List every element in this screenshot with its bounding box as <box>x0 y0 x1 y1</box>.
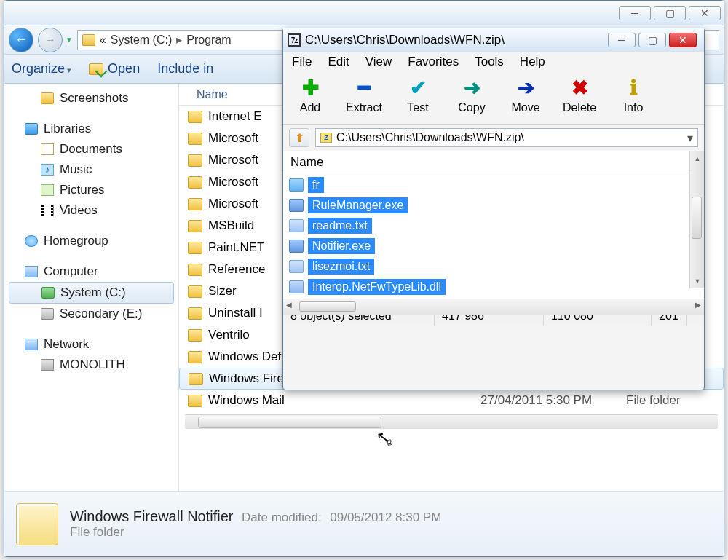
sidebar-item-network[interactable]: Network <box>4 334 178 355</box>
archive-icon: Z <box>320 133 332 143</box>
open-folder-icon <box>89 63 103 75</box>
list-item[interactable]: lisezmoi.txt <box>286 256 701 277</box>
maximize-button[interactable]: ▢ <box>638 33 666 47</box>
delete-button[interactable]: ✖Delete <box>560 75 599 121</box>
menu-edit[interactable]: Edit <box>328 55 349 69</box>
folder-icon <box>188 264 202 276</box>
pictures-icon <box>41 184 54 196</box>
sidebar-item-monolith[interactable]: MONOLITH <box>4 355 178 375</box>
file-name: Notifier.exe <box>308 238 375 254</box>
organize-menu[interactable]: Organize <box>12 61 71 76</box>
menu-favorites[interactable]: Favorites <box>408 55 459 69</box>
explorer-titlebar[interactable]: ─ ▢ ✕ <box>4 1 724 25</box>
list-item[interactable]: Notifier.exe <box>286 236 701 256</box>
folder-icon <box>188 111 202 123</box>
breadcrumb-overflow[interactable]: « <box>100 33 106 47</box>
table-row[interactable]: Windows Mail 27/04/2011 5:30 PM File fol… <box>179 390 724 411</box>
menu-file[interactable]: File <box>292 55 312 69</box>
libraries-icon <box>25 123 38 135</box>
sidebar-item-computer[interactable]: Computer <box>4 261 178 282</box>
plus-icon: ✚ <box>302 75 319 100</box>
sidebar-item-homegroup[interactable]: Homegroup <box>4 231 178 251</box>
breadcrumb-drive[interactable]: System (C:) <box>111 33 172 47</box>
vertical-scrollbar[interactable]: ▲ ▼ <box>689 151 704 288</box>
sidebar-item-pictures[interactable]: Pictures <box>4 180 178 200</box>
check-icon: ✔ <box>410 75 427 100</box>
folder-icon <box>188 220 202 232</box>
add-button[interactable]: ✚Add <box>290 75 330 121</box>
file-name: Uninstall I <box>208 306 263 320</box>
file-type: File folder <box>626 393 681 408</box>
up-button[interactable]: ⬆ <box>289 128 309 147</box>
horizontal-scrollbar[interactable] <box>185 414 718 429</box>
sevenzip-window: 7z C:\Users\Chris\Downloads\WFN.zip\ ─ ▢… <box>282 28 705 390</box>
folder-icon <box>188 307 202 320</box>
archive-file-list: Name fr RuleManager.exe readme.txt Notif… <box>283 151 704 305</box>
txt-icon <box>289 219 304 232</box>
horizontal-scrollbar[interactable]: ◀ ▶ <box>283 299 704 315</box>
file-name: Microsoft <box>208 175 258 189</box>
chevron-right-icon: ▸ <box>176 33 182 47</box>
scroll-up-icon[interactable]: ▲ <box>691 152 704 165</box>
address-bar: ⬆ Z C:\Users\Chris\Downloads\WFN.zip\ ▾ <box>283 125 704 151</box>
nav-history-dropdown[interactable]: ▼ <box>66 36 73 44</box>
maximize-button[interactable]: ▢ <box>654 6 686 20</box>
dropdown-icon[interactable]: ▾ <box>687 131 693 145</box>
sidebar-item-screenshots[interactable]: Screenshots <box>4 88 178 109</box>
breadcrumb-folder[interactable]: Program <box>186 33 231 47</box>
file-name: lisezmoi.txt <box>308 259 374 275</box>
file-name: Internet E <box>208 109 262 124</box>
sidebar-item-secondary-e[interactable]: Secondary (E:) <box>4 304 178 324</box>
move-button[interactable]: ➔Move <box>506 75 545 121</box>
list-item[interactable]: fr <box>286 175 701 195</box>
sidebar-item-music[interactable]: ♪Music <box>4 159 178 180</box>
list-item[interactable]: RuleManager.exe <box>286 195 701 216</box>
list-item[interactable]: readme.txt <box>286 216 701 236</box>
file-name: fr <box>308 177 324 193</box>
copy-button[interactable]: ➜Copy <box>452 75 491 121</box>
details-pane: Windows Firewall Notifier Date modified:… <box>4 491 724 556</box>
back-button[interactable]: ← <box>9 28 33 52</box>
scroll-right-icon[interactable]: ▶ <box>695 301 701 309</box>
extract-button[interactable]: ━Extract <box>344 75 384 121</box>
scroll-thumb[interactable] <box>692 197 702 239</box>
menu-tools[interactable]: Tools <box>475 55 504 69</box>
address-field[interactable]: Z C:\Users\Chris\Downloads\WFN.zip\ ▾ <box>315 128 698 147</box>
close-button[interactable]: ✕ <box>689 6 721 20</box>
file-name: Microsoft <box>208 197 258 211</box>
column-name[interactable]: Name <box>283 151 704 173</box>
sidebar-item-system-c[interactable]: System (C:) <box>9 282 174 304</box>
sidebar-item-libraries[interactable]: Libraries <box>4 119 178 139</box>
include-in-library-menu[interactable]: Include in <box>157 61 213 76</box>
file-name: Windows Mail <box>208 393 285 408</box>
info-button[interactable]: ℹInfo <box>614 75 653 121</box>
list-item[interactable]: Interop.NetFwTypeLib.dll <box>286 277 701 297</box>
scroll-left-icon[interactable]: ◀ <box>286 301 292 309</box>
minimize-button[interactable]: ─ <box>619 6 651 20</box>
sevenzip-titlebar[interactable]: 7z C:\Users\Chris\Downloads\WFN.zip\ ─ ▢… <box>283 28 704 52</box>
dll-icon <box>289 280 304 293</box>
folder-icon <box>289 178 304 192</box>
menu-view[interactable]: View <box>365 55 392 69</box>
folder-icon <box>188 242 202 254</box>
details-modified-label: Date modified: <box>242 510 322 524</box>
minimize-button[interactable]: ─ <box>608 33 636 47</box>
computer-icon <box>25 266 38 277</box>
folder-icon <box>41 92 54 104</box>
open-button[interactable]: Open <box>89 61 140 76</box>
sidebar-item-documents[interactable]: Documents <box>4 139 178 159</box>
folder-icon <box>188 285 202 298</box>
forward-button[interactable]: → <box>38 28 63 52</box>
file-name: Microsoft <box>208 131 258 146</box>
file-name: Reference <box>208 262 265 277</box>
sidebar-item-videos[interactable]: Videos <box>4 200 178 221</box>
file-name: Paint.NET <box>208 240 264 255</box>
scroll-thumb[interactable] <box>299 301 356 312</box>
minus-icon: ━ <box>358 75 371 100</box>
info-icon: ℹ <box>630 75 638 100</box>
file-date: 27/04/2011 5:30 PM <box>480 393 626 408</box>
test-button[interactable]: ✔Test <box>398 75 438 121</box>
scroll-down-icon[interactable]: ▼ <box>691 275 704 288</box>
menu-help[interactable]: Help <box>520 55 545 69</box>
close-button[interactable]: ✕ <box>669 33 697 47</box>
